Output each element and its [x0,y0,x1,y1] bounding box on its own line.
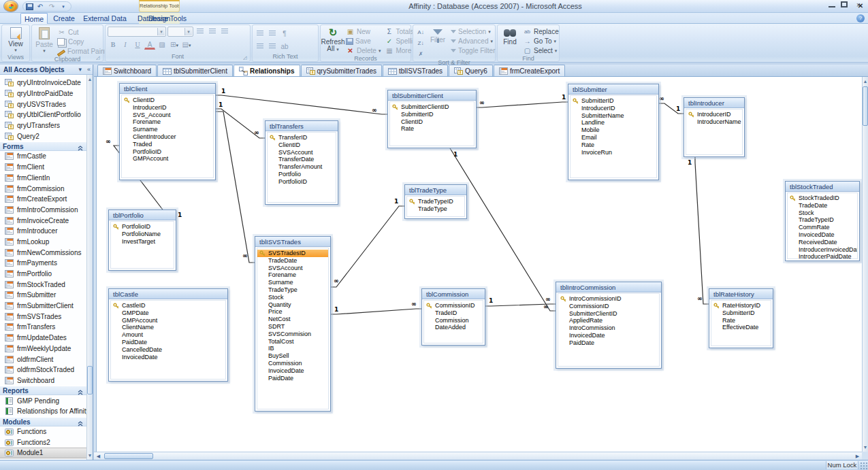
nav-section-forms[interactable]: Forms [0,141,86,151]
direction-button[interactable]: ¶ [279,29,290,39]
collapse-section-icon[interactable] [78,388,84,397]
field-tblsubmitter-submittername[interactable]: SubmitterName [570,112,656,120]
field-tblintrocommission-introcommission[interactable]: IntroCommission [558,324,659,332]
underline-button[interactable]: U [132,39,143,50]
field-tblisvstrades-svsaccount[interactable]: SVSAccount [257,265,328,272]
sidebar-item-qryusvstrades[interactable]: qryUSVSTrades [0,99,86,110]
field-tblisvstrades-totalcost[interactable]: TotalCost [257,338,328,346]
field-tblisvstrades-price[interactable]: Price [257,308,328,316]
increase-indent-button[interactable] [267,29,278,39]
sidebar-item-functions[interactable]: Functions [0,426,86,437]
field-tblsubmitter-rate[interactable]: Rate [570,141,656,149]
close-document-icon[interactable]: ✕ [856,1,865,11]
nav-menu-dropdown-icon[interactable]: ▾ [78,65,82,75]
field-tblstocktraded-tradetypeid[interactable]: TradeTypeID [788,216,857,224]
collapse-section-icon[interactable] [78,144,84,153]
field-tblsubmitter-landline[interactable]: Landline [570,119,656,127]
tab-create[interactable]: Create [49,14,79,24]
sidebar-item-frmweeklyupdate[interactable]: frmWeeklyUpdate [0,343,86,354]
field-tbltransfers-portfolio[interactable]: Portfolio [268,171,336,178]
tab-external-data[interactable]: External Data [80,14,129,24]
font-dialog-launcher-icon[interactable]: ◿ [243,55,248,61]
filter-button[interactable]: Filter [428,27,448,44]
table-tblCastle[interactable]: tblCastleCastleIDGMPDateGMPAccountClient… [108,288,228,382]
help-icon[interactable]: ? [856,14,865,22]
field-tblsubmitterclient-rate[interactable]: Rate [390,125,474,133]
doc-tab-relationships[interactable]: Relationships [234,65,300,76]
scroll-down-icon[interactable]: ▼ [87,451,93,460]
sidebar-item-frmstocktraded[interactable]: frmStockTraded [0,279,86,290]
field-tbltradetype-tradetypeid[interactable]: TradeTypeID [407,198,464,205]
scroll-up-icon[interactable]: ▲ [87,75,93,84]
field-tblisvstrades-tradetype[interactable]: TradeType [257,286,328,294]
field-tblstocktraded-invoiceddate[interactable]: InvoicedDate [788,231,857,239]
field-tblsubmitter-mobile[interactable]: Mobile [570,127,656,134]
field-tblisvstrades-invoiceddate[interactable]: InvoicedDate [257,367,328,375]
field-tblsubmitter-invoicerun[interactable]: InvoiceRun [570,149,656,156]
field-tblportfolio-portfolioname[interactable]: PortfolioName [111,231,174,238]
field-tblcommission-commissionid[interactable]: CommissionID [424,302,483,309]
nav-section-modules[interactable]: Modules [0,417,86,426]
field-tbltradetype-tradetype[interactable]: TradeType [407,205,464,213]
select-button[interactable]: ▢ Select ▾ [521,46,560,55]
field-tblratehistory-submitterid[interactable]: SubmitterID [711,309,771,317]
sidebar-item-frmclient[interactable]: frmClient [0,162,86,173]
highlight-color-button[interactable]: ▨ [157,39,167,50]
shutter-bar-close-icon[interactable]: « [87,65,91,75]
redo-icon[interactable]: ↷ [47,2,57,11]
undo-icon[interactable]: ↶ [35,2,45,11]
align-left-button[interactable] [195,27,206,37]
field-tblstocktraded-tradedate[interactable]: TradeDate [788,202,857,209]
refresh-all-button[interactable]: ↻ Refresh All ▾ [323,27,343,54]
field-tblclient-gmpaccount[interactable]: GMPAccount [122,155,213,163]
align-center-button[interactable] [207,27,218,37]
paste-button[interactable]: Paste ▾ [34,27,54,54]
field-tblsubmitterclient-submitterid[interactable]: SubmitterID [390,111,474,118]
table-tblSubmitterClient[interactable]: tblSubmitterClientSubmitterClientIDSubmi… [387,90,477,148]
field-tblsubmitter-submitterid[interactable]: SubmitterID [570,97,656,105]
font-color-button[interactable]: A [144,39,155,50]
relationship-line-tblsubmitter-tblsubmitterclient[interactable] [477,102,568,107]
sidebar-item-frmportfolio[interactable]: frmPortfolio [0,269,86,280]
canvas-vertical-scrollbar[interactable]: ▲ ▼ [862,77,868,452]
field-tblisvstrades-paiddate[interactable]: PaidDate [257,375,328,382]
scroll-down-icon[interactable]: ▼ [863,443,868,452]
field-tblclient-portfolioid[interactable]: PortfolioID [122,148,213,156]
field-tbltransfers-portfolioid[interactable]: PortfolioID [268,178,336,186]
italic-button[interactable]: I [120,39,131,50]
sidebar-item-frmintrocommission[interactable]: frmIntroCommission [0,205,86,216]
table-tblPortfolio[interactable]: tblPortfolioPortfolioIDPortfolioNameInve… [108,209,176,271]
tab-design[interactable]: Design [142,14,177,24]
sidebar-item-qryuintroinvoicedate[interactable]: qryUIntroInvoiceDate [0,78,86,88]
field-tblportfolio-investtarget[interactable]: InvestTarget [111,238,174,246]
field-tblstocktraded-introducerpaiddate[interactable]: IntroducerPaidDate [788,253,857,259]
field-tblstocktraded-commrate[interactable]: CommRate [788,224,857,231]
doc-tab-tblsubmitterclient[interactable]: tblSubmitterClient [157,65,233,76]
field-tblcastle-invoiceddate[interactable]: InvoicedDate [111,354,225,361]
field-tblisvstrades-buysell[interactable]: BuySell [257,352,328,360]
bullets-button[interactable] [255,41,266,52]
field-tblsubmitter-introducerid[interactable]: IntroducerID [570,105,656,112]
field-tblisvstrades-svscommision[interactable]: SVSCommision [257,331,328,338]
field-tblcastle-clientname[interactable]: ClientName [111,324,225,331]
new-record-button[interactable]: ▣ New [344,27,382,36]
table-tblRateHistory[interactable]: tblRateHistoryRateHistoryIDSubmitterIDRa… [709,288,773,348]
field-tblintroducer-introducerid[interactable]: IntroducerID [686,111,742,118]
go-to-button[interactable]: → Go To ▾ [521,37,560,46]
table-tblIntroCommission[interactable]: tblIntroCommissionIntroCommissionIDCommi… [556,282,662,369]
combo-arrow-icon[interactable]: ▾ [184,28,192,35]
restore-button[interactable] [841,1,848,7]
sidebar-item-frmsvstrades[interactable]: frmSVSTrades [0,311,86,322]
sort-ascending-button[interactable]: A↓ [415,27,426,37]
table-tblClient[interactable]: tblClientClientIDIntroducerIDSVS_Account… [119,83,216,180]
doc-tab-frmcreateexport[interactable]: frmCreateExport [494,65,565,76]
clear-sort-button[interactable]: ✗ [415,49,426,59]
field-tblclient-clientintroducer[interactable]: ClientIntroducer [122,133,213,141]
field-tbltransfers-transferdate[interactable]: TransferDate [268,156,336,163]
field-tbltransfers-clientid[interactable]: ClientID [268,141,336,149]
sidebar-item-functions2[interactable]: Functions2 [0,437,86,448]
toggle-filter-button[interactable]: Toggle Filter [449,46,496,55]
sidebar-item-switchboard[interactable]: Switchboard [0,375,86,386]
field-tblratehistory-effectivedate[interactable]: EffectiveDate [711,324,771,331]
sidebar-item-frmnewcommissions[interactable]: frmNewCommissions [0,247,86,258]
